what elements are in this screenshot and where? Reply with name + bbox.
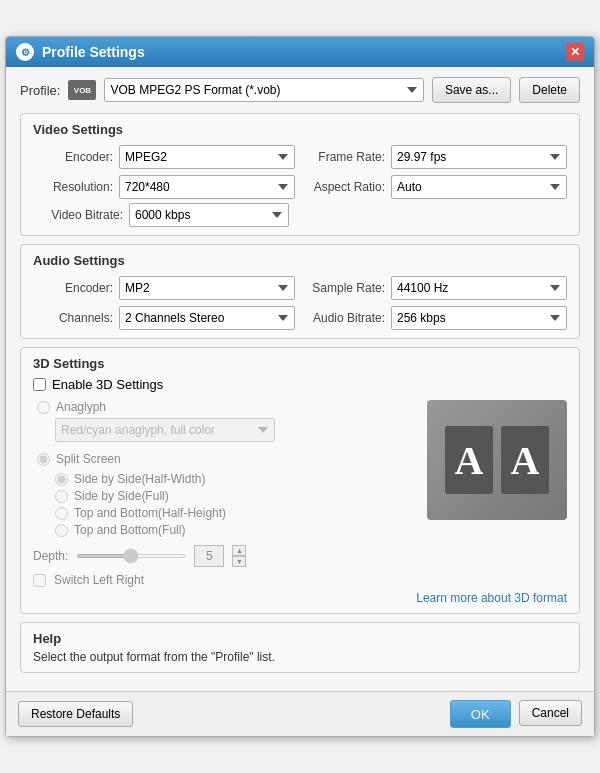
sample-rate-row: Sample Rate: 44100 Hz <box>305 276 567 300</box>
title-icon: ⚙ <box>16 43 34 61</box>
side-by-side-half-row: Side by Side(Half-Width) <box>55 472 417 486</box>
aspect-ratio-select[interactable]: Auto <box>391 175 567 199</box>
anaglyph-label: Anaglyph <box>56 400 106 414</box>
side-by-side-half-label: Side by Side(Half-Width) <box>74 472 205 486</box>
side-by-side-full-row: Side by Side(Full) <box>55 489 417 503</box>
audio-bitrate-select[interactable]: 256 kbps <box>391 306 567 330</box>
enable-3d-row: Enable 3D Settings <box>33 377 567 392</box>
enable-3d-checkbox[interactable] <box>33 378 46 391</box>
side-by-side-full-radio[interactable] <box>55 490 68 503</box>
depth-row: Depth: ▲ ▼ <box>33 545 417 567</box>
3d-content: Anaglyph Red/cyan anaglyph, full color S… <box>33 400 567 587</box>
help-section: Help Select the output format from the "… <box>20 622 580 673</box>
save-as-button[interactable]: Save as... <box>432 77 511 103</box>
encoder-select[interactable]: MPEG2 <box>119 145 295 169</box>
help-text: Select the output format from the "Profi… <box>33 650 567 664</box>
dialog-title: Profile Settings <box>42 44 145 60</box>
depth-slider[interactable] <box>76 554 186 558</box>
profile-label: Profile: <box>20 83 60 98</box>
anaglyph-radio-row: Anaglyph <box>37 400 417 414</box>
top-bottom-full-row: Top and Bottom(Full) <box>55 523 417 537</box>
anaglyph-select: Red/cyan anaglyph, full color <box>55 418 275 442</box>
switch-left-right-label: Switch Left Right <box>54 573 144 587</box>
ok-button[interactable]: OK <box>450 700 511 728</box>
profile-select[interactable]: VOB MPEG2 PS Format (*.vob) <box>104 78 423 102</box>
top-bottom-full-radio[interactable] <box>55 524 68 537</box>
learn-more-row: Learn more about 3D format <box>33 591 567 605</box>
split-sub-options: Side by Side(Half-Width) Side by Side(Fu… <box>55 472 417 537</box>
split-screen-radio[interactable] <box>37 453 50 466</box>
frame-rate-select[interactable]: 29.97 fps <box>391 145 567 169</box>
3d-settings-section: 3D Settings Enable 3D Settings Anaglyph … <box>20 347 580 614</box>
depth-up-button[interactable]: ▲ <box>232 545 246 556</box>
audio-bitrate-row: Audio Bitrate: 256 kbps <box>305 306 567 330</box>
channels-select[interactable]: 2 Channels Stereo <box>119 306 295 330</box>
cancel-button[interactable]: Cancel <box>519 700 582 726</box>
preview-aa: A A <box>445 426 549 494</box>
channels-row: Channels: 2 Channels Stereo <box>33 306 295 330</box>
profile-format-icon: VOB <box>68 80 96 100</box>
side-by-side-full-label: Side by Side(Full) <box>74 489 169 503</box>
video-settings-title: Video Settings <box>33 122 567 137</box>
delete-button[interactable]: Delete <box>519 77 580 103</box>
depth-label: Depth: <box>33 549 68 563</box>
audio-settings-grid: Encoder: MP2 Sample Rate: 44100 Hz Chann… <box>33 276 567 330</box>
switch-left-right-row: Switch Left Right <box>33 573 417 587</box>
aspect-ratio-row: Aspect Ratio: Auto <box>305 175 567 199</box>
depth-down-button[interactable]: ▼ <box>232 556 246 567</box>
close-button[interactable]: ✕ <box>566 43 584 61</box>
profile-settings-dialog: ⚙ Profile Settings ✕ Profile: VOB VOB MP… <box>5 36 595 737</box>
encoder-label: Encoder: <box>33 150 113 164</box>
help-title: Help <box>33 631 567 646</box>
video-bitrate-row: Video Bitrate: 6000 kbps <box>33 203 567 227</box>
dialog-body: Profile: VOB VOB MPEG2 PS Format (*.vob)… <box>6 67 594 691</box>
frame-rate-label: Frame Rate: <box>305 150 385 164</box>
video-bitrate-label: Video Bitrate: <box>33 208 123 222</box>
encoder-row: Encoder: MPEG2 <box>33 145 295 169</box>
depth-input[interactable] <box>194 545 224 567</box>
resolution-label: Resolution: <box>33 180 113 194</box>
video-settings-section: Video Settings Encoder: MPEG2 Frame Rate… <box>20 113 580 236</box>
learn-more-link[interactable]: Learn more about 3D format <box>416 591 567 605</box>
audio-settings-section: Audio Settings Encoder: MP2 Sample Rate:… <box>20 244 580 339</box>
audio-settings-title: Audio Settings <box>33 253 567 268</box>
title-bar: ⚙ Profile Settings ✕ <box>6 37 594 67</box>
top-bottom-half-row: Top and Bottom(Half-Height) <box>55 506 417 520</box>
split-screen-radio-row: Split Screen <box>37 452 417 466</box>
top-bottom-half-radio[interactable] <box>55 507 68 520</box>
3d-preview-box: A A <box>427 400 567 520</box>
resolution-select[interactable]: 720*480 <box>119 175 295 199</box>
dialog-footer: Restore Defaults OK Cancel <box>6 691 594 736</box>
video-bitrate-select[interactable]: 6000 kbps <box>129 203 289 227</box>
profile-row: Profile: VOB VOB MPEG2 PS Format (*.vob)… <box>20 77 580 103</box>
aspect-ratio-label: Aspect Ratio: <box>305 180 385 194</box>
top-bottom-half-label: Top and Bottom(Half-Height) <box>74 506 226 520</box>
split-screen-label: Split Screen <box>56 452 121 466</box>
audio-encoder-label: Encoder: <box>33 281 113 295</box>
frame-rate-row: Frame Rate: 29.97 fps <box>305 145 567 169</box>
3d-options: Anaglyph Red/cyan anaglyph, full color S… <box>33 400 417 587</box>
switch-left-right-checkbox[interactable] <box>33 574 46 587</box>
side-by-side-half-radio[interactable] <box>55 473 68 486</box>
audio-encoder-select[interactable]: MP2 <box>119 276 295 300</box>
3d-settings-title: 3D Settings <box>33 356 567 371</box>
audio-encoder-row: Encoder: MP2 <box>33 276 295 300</box>
enable-3d-label: Enable 3D Settings <box>52 377 163 392</box>
video-settings-grid: Encoder: MPEG2 Frame Rate: 29.97 fps Res… <box>33 145 567 199</box>
top-bottom-full-label: Top and Bottom(Full) <box>74 523 185 537</box>
preview-letter-2: A <box>501 426 549 494</box>
sample-rate-label: Sample Rate: <box>305 281 385 295</box>
preview-letter-1: A <box>445 426 493 494</box>
sample-rate-select[interactable]: 44100 Hz <box>391 276 567 300</box>
channels-label: Channels: <box>33 311 113 325</box>
audio-bitrate-label: Audio Bitrate: <box>305 311 385 325</box>
depth-spinner: ▲ ▼ <box>232 545 246 567</box>
anaglyph-radio[interactable] <box>37 401 50 414</box>
resolution-row: Resolution: 720*480 <box>33 175 295 199</box>
restore-defaults-button[interactable]: Restore Defaults <box>18 701 133 727</box>
footer-right-buttons: OK Cancel <box>450 700 582 728</box>
3d-radio-group: Anaglyph Red/cyan anaglyph, full color S… <box>37 400 417 537</box>
